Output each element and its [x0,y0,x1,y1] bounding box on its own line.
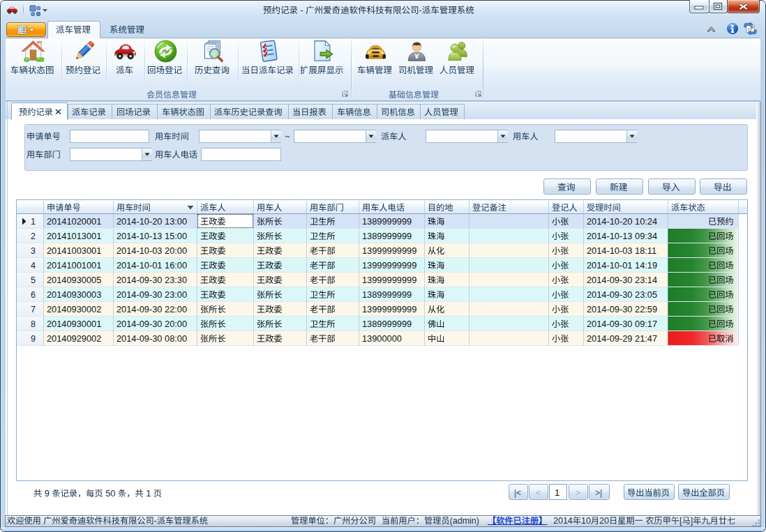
svg-text:~: ~ [285,131,290,142]
svg-text:20141003001: 20141003001 [47,245,101,256]
svg-text:2014-10-13 09:34: 2014-10-13 09:34 [587,231,657,241]
svg-text:4: 4 [31,261,36,271]
svg-text:-: - [298,6,306,15]
svg-text:]: ] [691,516,693,526]
svg-text:>|: >| [595,488,602,498]
svg-text:2014-09-30 22:00: 2014-09-30 22:00 [117,304,187,314]
svg-text:-: - [154,516,157,526]
svg-text:20140930005: 20140930005 [47,275,101,285]
svg-text:2014-10-03 18:11: 2014-10-03 18:11 [587,245,656,256]
svg-text:1: 1 [555,487,560,498]
svg-text:2014: 2014 [553,516,573,526]
svg-text:2014-09-30 09:17: 2014-09-30 09:17 [587,319,657,329]
svg-text:20140930001: 20140930001 [47,319,101,329]
svg-text:<: < [536,488,541,498]
svg-text:5: 5 [31,275,36,285]
svg-text:1389999999: 1389999999 [362,231,412,241]
svg-text:10: 10 [581,516,591,526]
svg-text:50: 50 [103,488,118,499]
svg-text:2014-10-01 16:00: 2014-10-01 16:00 [117,260,187,271]
svg-text:1389999999: 1389999999 [362,216,412,227]
svg-text:13999999999: 13999999999 [362,245,416,256]
svg-text:20140930003: 20140930003 [47,289,101,300]
svg-text:20141001001: 20141001001 [47,260,101,271]
svg-text:1: 1 [31,217,36,227]
svg-text:2014-09-30 20:00: 2014-09-30 20:00 [117,319,187,329]
svg-text:>: > [576,488,580,498]
svg-text:2014-10-20 10:24: 2014-10-20 10:24 [587,216,657,227]
svg-text:(admin): (admin) [450,516,479,526]
svg-text:2014-10-13 15:00: 2014-10-13 15:00 [117,231,187,241]
svg-text:3: 3 [31,246,36,256]
svg-text:20140930002: 20140930002 [47,304,101,314]
svg-text:13900000: 13900000 [362,333,402,344]
svg-text:2014-09-30 23:05: 2014-09-30 23:05 [587,289,657,300]
svg-text:13999999999: 13999999999 [362,260,416,271]
svg-text:2014-09-30 23:14: 2014-09-30 23:14 [587,275,657,285]
svg-text:6: 6 [31,290,36,300]
svg-text:2014-09-30 08:00: 2014-09-30 08:00 [117,333,187,344]
svg-text:1: 1 [144,488,153,499]
svg-text:9: 9 [42,488,52,499]
svg-text:13999999999: 13999999999 [362,275,416,285]
svg-text:2014-10-01 14:19: 2014-10-01 14:19 [587,260,657,271]
svg-text:9: 9 [31,334,36,344]
svg-text:1389999999: 1389999999 [362,319,412,329]
svg-text:20: 20 [599,516,609,526]
svg-text:8: 8 [31,319,36,329]
svg-text:2014-09-30 22:59: 2014-09-30 22:59 [587,304,657,314]
svg-text:20141013001: 20141013001 [47,231,101,241]
svg-text:|<: |< [514,488,521,498]
svg-text:7: 7 [31,305,36,314]
svg-text:20140929002: 20140929002 [47,333,101,344]
svg-text:13999999999: 13999999999 [362,304,416,314]
svg-text:2014-10-20 13:00: 2014-10-20 13:00 [117,216,187,227]
svg-text:[: [ [679,516,682,526]
svg-text:2014-09-30 23:00: 2014-09-30 23:00 [117,289,187,300]
svg-text:2: 2 [31,231,36,241]
svg-text:-: - [419,6,421,15]
svg-text:1389999999: 1389999999 [362,289,412,300]
svg-text:20141020001: 20141020001 [47,216,101,227]
svg-text:2014-09-30 23:30: 2014-09-30 23:30 [117,275,187,285]
svg-text:2014-09-29 21:47: 2014-09-29 21:47 [587,333,657,344]
svg-text:2014-10-03 20:00: 2014-10-03 20:00 [117,245,187,256]
